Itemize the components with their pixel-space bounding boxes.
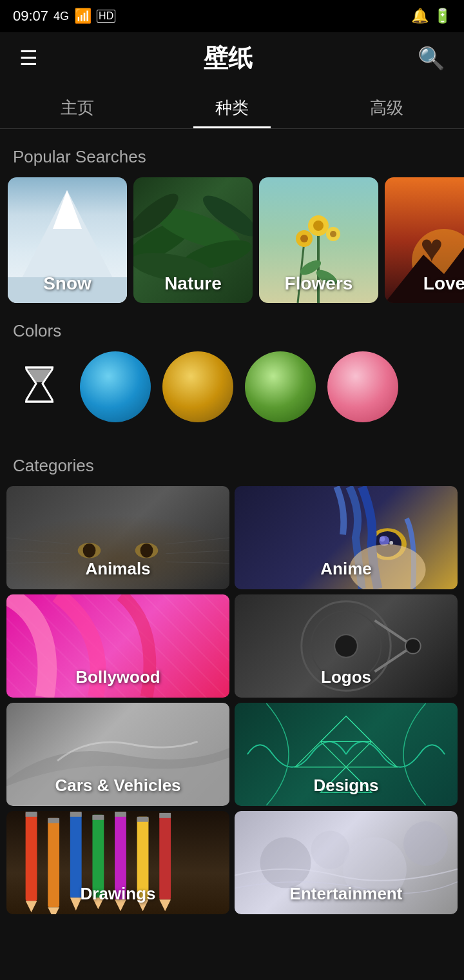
svg-rect-53 bbox=[48, 818, 59, 823]
svg-point-37 bbox=[380, 536, 385, 542]
green-circle bbox=[245, 351, 316, 422]
svg-rect-68 bbox=[159, 813, 171, 818]
animals-label: Animals bbox=[6, 559, 229, 579]
category-entertainment[interactable]: Entertainment bbox=[235, 811, 458, 914]
categories-grid: Animals bbox=[0, 486, 464, 921]
menu-button[interactable]: ☰ bbox=[19, 46, 38, 70]
vibrate-icon: 🔔 bbox=[411, 8, 429, 24]
designs-label: Designs bbox=[235, 776, 458, 796]
popular-item-flowers[interactable]: Flowers bbox=[259, 177, 378, 303]
svg-rect-50 bbox=[26, 812, 37, 817]
svg-point-18 bbox=[330, 231, 336, 237]
pink-circle bbox=[327, 351, 398, 422]
entertainment-label: Entertainment bbox=[235, 884, 458, 904]
color-pink-button[interactable] bbox=[327, 351, 398, 422]
category-bollywood[interactable]: Bollywood bbox=[6, 594, 229, 698]
color-blue-button[interactable] bbox=[80, 351, 151, 422]
svg-point-72 bbox=[403, 821, 448, 866]
status-bar: 09:07 4G 📶 HD 🔔 🔋 bbox=[0, 0, 464, 32]
wifi-icon: 📶 bbox=[74, 8, 92, 24]
svg-line-28 bbox=[6, 538, 70, 544]
popular-item-snow[interactable]: Snow bbox=[8, 177, 127, 303]
status-right: 🔔 🔋 bbox=[411, 8, 451, 24]
svg-marker-52 bbox=[48, 907, 59, 914]
tab-home[interactable]: 主页 bbox=[0, 84, 155, 128]
hd-icon: HD bbox=[97, 10, 115, 23]
svg-point-42 bbox=[334, 634, 358, 658]
categories-heading: Categories bbox=[0, 438, 464, 486]
svg-line-32 bbox=[166, 551, 229, 554]
tabs-bar: 主页 种类 高级 bbox=[0, 84, 464, 129]
popular-section: Popular Searches Snow bbox=[0, 129, 464, 303]
colors-heading: Colors bbox=[0, 303, 464, 351]
svg-rect-56 bbox=[70, 812, 82, 817]
category-designs[interactable]: Designs bbox=[235, 703, 458, 806]
svg-rect-65 bbox=[137, 817, 149, 822]
popular-heading: Popular Searches bbox=[0, 129, 464, 177]
colors-section: Colors bbox=[0, 303, 464, 438]
svg-rect-59 bbox=[92, 815, 104, 820]
battery-icon: 🔋 bbox=[434, 8, 451, 24]
snow-label: Snow bbox=[8, 273, 127, 294]
category-animals[interactable]: Animals bbox=[6, 486, 229, 589]
svg-point-14 bbox=[313, 220, 324, 231]
logos-label: Logos bbox=[235, 667, 458, 687]
anime-label: Anime bbox=[235, 559, 458, 579]
bollywood-label: Bollywood bbox=[6, 667, 229, 687]
color-green-button[interactable] bbox=[245, 351, 316, 422]
colors-row bbox=[0, 351, 464, 438]
category-drawings[interactable]: Drawings bbox=[6, 811, 229, 914]
svg-point-25 bbox=[83, 544, 96, 558]
flowers-label: Flowers bbox=[259, 273, 378, 294]
categories-section: Categories bbox=[0, 438, 464, 921]
svg-point-16 bbox=[300, 235, 308, 242]
love-label: Love bbox=[385, 273, 464, 294]
top-bar: ☰ 壁纸 🔍 bbox=[0, 32, 464, 84]
svg-text:♥: ♥ bbox=[420, 226, 443, 270]
signal-icon: 4G bbox=[53, 10, 69, 23]
svg-rect-62 bbox=[115, 812, 126, 817]
category-anime[interactable]: Anime bbox=[235, 486, 458, 589]
status-left: 09:07 4G 📶 HD bbox=[13, 8, 115, 24]
gold-circle bbox=[162, 351, 233, 422]
status-time: 09:07 bbox=[13, 8, 48, 24]
tab-categories[interactable]: 种类 bbox=[155, 84, 309, 128]
svg-line-31 bbox=[166, 538, 229, 544]
svg-point-69 bbox=[260, 837, 311, 888]
color-all-button[interactable] bbox=[10, 358, 68, 416]
popular-item-nature[interactable]: Nature bbox=[133, 177, 253, 303]
nature-label: Nature bbox=[133, 273, 253, 294]
svg-point-27 bbox=[140, 544, 153, 558]
svg-line-29 bbox=[6, 551, 70, 554]
category-logos[interactable]: Logos bbox=[235, 594, 458, 698]
tab-advanced[interactable]: 高级 bbox=[309, 84, 464, 128]
popular-item-love[interactable]: ♥ Love bbox=[385, 177, 464, 303]
popular-row: Snow Nature bbox=[0, 177, 464, 303]
category-cars[interactable]: Cars & Vehicles bbox=[6, 703, 229, 806]
svg-point-43 bbox=[405, 638, 421, 654]
drawings-label: Drawings bbox=[6, 884, 229, 904]
color-gold-button[interactable] bbox=[162, 351, 233, 422]
cars-label: Cars & Vehicles bbox=[6, 776, 229, 796]
blue-circle bbox=[80, 351, 151, 422]
svg-marker-44 bbox=[320, 716, 371, 742]
search-button[interactable]: 🔍 bbox=[418, 45, 445, 71]
app-title: 壁纸 bbox=[204, 42, 253, 75]
